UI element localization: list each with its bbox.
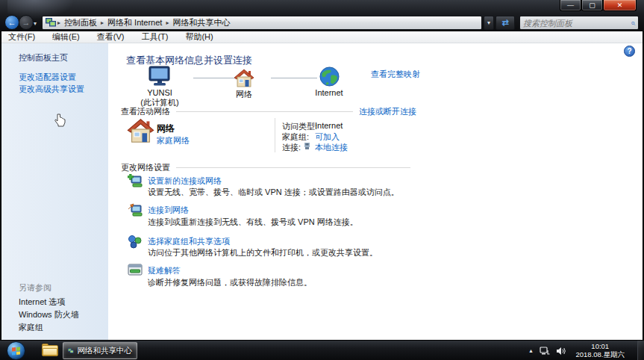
window-controls: — ▢ ✕ xyxy=(560,0,637,11)
show-desktop-button[interactable] xyxy=(637,341,644,360)
menu-edit[interactable]: 编辑(E) xyxy=(46,31,90,43)
menu-tools[interactable]: 工具(T) xyxy=(134,31,178,43)
tray-network-icon[interactable] xyxy=(540,347,550,356)
connect-to-network-link[interactable]: 连接到网络 xyxy=(148,205,189,216)
access-type-value: Internet xyxy=(315,121,343,130)
breadcrumb-separator-icon: ▸ xyxy=(99,19,105,26)
house-icon xyxy=(234,69,254,87)
sidebar-item-internet-options[interactable]: Internet 选项 xyxy=(19,297,65,308)
change-settings-label: 更改网络设置 xyxy=(121,162,170,173)
homegroup-label: 家庭组: xyxy=(282,131,309,143)
breadcrumb-network-internet[interactable]: 网络和 Internet xyxy=(105,17,164,28)
connect-to-network-icon xyxy=(128,203,144,218)
breadcrumb-control-panel[interactable]: 控制面板 xyxy=(62,17,99,28)
breadcrumb-separator-icon: ▸ xyxy=(164,19,170,26)
network-icon xyxy=(46,18,56,28)
title-bar: — ▢ ✕ ← → ▾ ▸ 控制面板 ▸ 网络和 In xyxy=(0,0,644,31)
sidebar-item-control-panel-home[interactable]: 控制面板主页 xyxy=(19,52,68,63)
maximize-button[interactable]: ▢ xyxy=(581,0,603,11)
clock-date: 2018.08.星期六 xyxy=(576,350,625,359)
map-node-label: YUNSI xyxy=(129,88,190,97)
main-panel: 查看基本网络信息并设置连接 ? YUNSI (此计算机) xyxy=(108,43,643,340)
help-icon[interactable]: ? xyxy=(624,46,635,57)
troubleshoot-desc: 诊断并修复网络问题，或获得故障排除信息。 xyxy=(148,277,312,288)
active-network-name: 网络 xyxy=(157,122,175,135)
house-icon xyxy=(127,118,154,143)
choose-homegroup-desc: 访问位于其他网络计算机上的文件和打印机，或更改共享设置。 xyxy=(148,247,378,258)
history-dropdown-icon[interactable]: ▾ xyxy=(34,20,37,27)
setup-new-connection-desc: 设置无线、宽带、拨号、临时或 VPN 连接；或设置路由器或访问点。 xyxy=(148,187,399,198)
windows-logo-icon xyxy=(12,347,20,355)
taskbar-button-label: 网络和共享中心 xyxy=(78,346,133,356)
minimize-button[interactable]: — xyxy=(560,0,581,11)
divider xyxy=(275,118,275,152)
troubleshoot-link[interactable]: 疑难解答 xyxy=(148,265,181,276)
sidebar-item-homegroup[interactable]: 家庭组 xyxy=(19,322,43,333)
change-settings-section-header: 更改网络设置 xyxy=(121,162,416,173)
new-connection-icon xyxy=(128,174,144,189)
clock-time: 10:01 xyxy=(576,342,625,350)
sidebar-item-change-advanced-sharing[interactable]: 更改高级共享设置 xyxy=(19,84,84,95)
menu-help[interactable]: 帮助(H) xyxy=(178,31,223,43)
breadcrumb-network-sharing-center[interactable]: 网络和共享中心 xyxy=(170,17,232,28)
map-node-label: Internet xyxy=(305,88,353,97)
window-content: 控制面板主页 更改适配器设置 更改高级共享设置 另请参阅 Internet 选项… xyxy=(1,43,643,340)
active-networks-label: 查看活动网络 xyxy=(121,106,170,117)
tray-expand-icon[interactable]: ▲ xyxy=(528,348,534,353)
homegroup-join-link[interactable]: 可加入 xyxy=(315,131,340,143)
menu-bar: 文件(F) 编辑(E) 查看(V) 工具(T) 帮助(H) xyxy=(1,31,643,43)
address-bar[interactable]: ▸ 控制面板 ▸ 网络和 Internet ▸ 网络和共享中心 xyxy=(42,16,482,30)
active-networks-section-header: 查看活动网络 连接或断开连接 xyxy=(121,106,416,117)
refresh-button[interactable]: ⇄ xyxy=(495,16,515,30)
address-dropdown-button[interactable]: ▾ xyxy=(484,16,494,30)
sidebar-item-change-adapter-settings[interactable]: 更改适配器设置 xyxy=(19,72,76,83)
troubleshoot-icon xyxy=(128,264,144,279)
menu-file[interactable]: 文件(F) xyxy=(1,31,46,43)
map-node-internet[interactable]: Internet xyxy=(305,66,353,97)
connect-to-network-desc: 连接到或重新连接到无线、有线、拨号或 VPN 网络连接。 xyxy=(148,217,358,228)
start-button[interactable] xyxy=(7,341,25,360)
explorer-taskbar-icon[interactable] xyxy=(42,344,58,357)
sidebar: 控制面板主页 更改适配器设置 更改高级共享设置 另请参阅 Internet 选项… xyxy=(1,43,108,340)
map-node-network[interactable]: 网络 xyxy=(220,69,268,100)
forward-button[interactable]: → xyxy=(19,15,34,30)
map-node-computer[interactable]: YUNSI (此计算机) xyxy=(129,66,190,108)
divider xyxy=(176,111,353,112)
see-also-header: 另请参阅 xyxy=(19,282,51,294)
connect-disconnect-link[interactable]: 连接或断开连接 xyxy=(359,106,416,117)
search-box[interactable]: ⌕ xyxy=(519,16,639,30)
computer-icon xyxy=(148,66,172,87)
active-network-icon xyxy=(127,118,154,143)
local-connection-link[interactable]: 本地连接 xyxy=(315,142,348,153)
menu-view[interactable]: 查看(V) xyxy=(90,31,135,43)
home-network-link[interactable]: 家庭网络 xyxy=(157,135,190,146)
access-type-label: 访问类型: xyxy=(282,121,317,132)
desktop: — ▢ ✕ ← → ▾ ▸ 控制面板 ▸ 网络和 In xyxy=(0,0,644,360)
sidebar-item-windows-firewall[interactable]: Windows 防火墙 xyxy=(19,309,79,320)
setup-new-connection-link[interactable]: 设置新的连接或网络 xyxy=(148,176,222,187)
breadcrumb-separator-icon: ▸ xyxy=(56,19,62,26)
homegroup-options-icon xyxy=(128,235,144,249)
see-full-map-link[interactable]: 查看完整映射 xyxy=(371,69,420,80)
map-node-label: 网络 xyxy=(220,89,268,100)
back-button[interactable]: ← xyxy=(4,15,19,30)
connections-label: 连接: xyxy=(282,142,301,153)
divider xyxy=(176,167,410,168)
taskbar-clock[interactable]: 10:01 2018.08.星期六 xyxy=(576,342,625,359)
ethernet-icon xyxy=(303,142,311,150)
search-icon: ⌕ xyxy=(631,18,635,28)
search-input[interactable] xyxy=(523,19,631,28)
navigation-bar: ← → ▾ ▸ 控制面板 ▸ 网络和 Internet ▸ 网络和共享中心 xyxy=(0,15,644,31)
choose-homegroup-link[interactable]: 选择家庭组和共享选项 xyxy=(148,236,230,247)
tray-volume-icon[interactable] xyxy=(556,347,566,356)
system-tray: ▲ xyxy=(528,341,566,360)
cursor-pointer xyxy=(54,114,66,127)
network-icon xyxy=(68,346,74,356)
close-button[interactable]: ✕ xyxy=(603,0,637,11)
globe-icon xyxy=(319,66,340,87)
taskbar-button-network-sharing-center[interactable]: 网络和共享中心 xyxy=(63,342,137,359)
taskbar: 网络和共享中心 ▲ 10:01 2018.08.星期六 xyxy=(0,340,644,360)
